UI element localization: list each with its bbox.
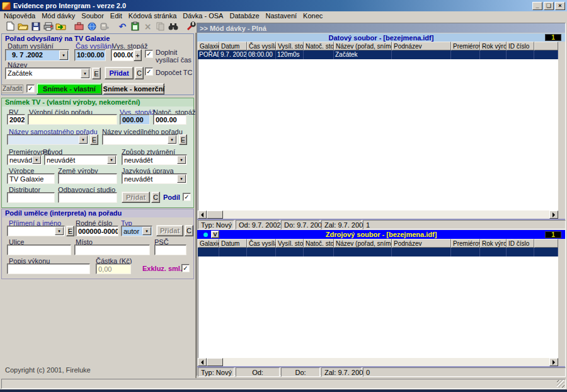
vys-stopaz2-field[interactable]: 000.00: [120, 114, 150, 125]
rv-field[interactable]: 2002: [7, 114, 25, 125]
datum-vysilani-combo[interactable]: 9. 7 .2002 ▼: [5, 49, 69, 61]
psc-field[interactable]: [154, 245, 186, 255]
find-binoculars-icon[interactable]: [168, 21, 178, 32]
scrollbar-thumb[interactable]: [207, 210, 223, 219]
column-header[interactable]: ID číslo: [507, 239, 534, 248]
column-header[interactable]: Vysíl. stopáž: [276, 42, 304, 50]
rodne-field[interactable]: 000000-0000: [76, 226, 118, 236]
chevron-down-icon[interactable]: ▼: [177, 175, 186, 183]
zeme-field[interactable]: [58, 173, 117, 184]
vys-stopaz-field[interactable]: 000.00: [111, 49, 134, 61]
copy-icon[interactable]: [155, 21, 166, 32]
popis-field[interactable]: [7, 263, 90, 274]
c-podil-button[interactable]: C: [185, 225, 193, 236]
new-file-icon[interactable]: [5, 21, 16, 32]
chevron-down-icon[interactable]: ▼: [79, 135, 88, 144]
premierovost-combo[interactable]: neuvádět ▼: [7, 154, 42, 165]
samostatny-combo[interactable]: ▼: [7, 134, 89, 145]
save-icon[interactable]: [30, 21, 41, 32]
jazyk-combo[interactable]: neuvádět ▼: [122, 173, 187, 184]
zpusob-combo[interactable]: neuvádět ▼: [122, 154, 187, 165]
close-button[interactable]: ×: [555, 2, 565, 10]
source-check-button[interactable]: V: [211, 231, 219, 238]
vyrobce-field[interactable]: TV Galaxie: [7, 173, 55, 184]
scroll-right-icon[interactable]: [549, 210, 558, 219]
tools-wrench-icon[interactable]: [186, 21, 197, 32]
samostatny-e-button[interactable]: E: [90, 134, 98, 145]
printer-icon[interactable]: [43, 21, 54, 32]
menu-databaze[interactable]: Databáze: [229, 12, 259, 20]
column-header[interactable]: Datum: [219, 42, 247, 50]
menu-soubor[interactable]: Soubor: [81, 12, 103, 20]
natoc-stopaz-field[interactable]: 000.00: [153, 114, 186, 125]
menu-mod-davky[interactable]: Mód dávky: [42, 12, 75, 20]
column-header[interactable]: Natoč. stopáž: [304, 42, 334, 50]
scroll-right-icon[interactable]: [549, 358, 558, 366]
pridat-snimek-button[interactable]: Přidat: [122, 192, 150, 203]
globe-icon[interactable]: [86, 21, 97, 32]
podil-checkbox[interactable]: ✓: [183, 193, 191, 201]
column-header[interactable]: Čas vysílání: [247, 42, 276, 50]
snimek-vlastni-button[interactable]: Snímek - vlastní: [37, 83, 102, 95]
chevron-down-icon[interactable]: ▼: [177, 156, 186, 164]
scrollbar-thumb[interactable]: [207, 358, 223, 366]
chevron-down-icon[interactable]: ▼: [81, 69, 89, 78]
doplnit-checkbox[interactable]: ✓: [145, 50, 153, 58]
pridat-porad-button[interactable]: Přidat: [105, 67, 134, 79]
vicedilny-e-button[interactable]: E: [179, 134, 187, 145]
studio-field[interactable]: [58, 192, 117, 203]
resize-grip[interactable]: [557, 380, 564, 388]
source-table-body[interactable]: [198, 248, 558, 358]
prijmeni-e-button[interactable]: E: [66, 226, 74, 236]
batch-case-icon[interactable]: [74, 21, 84, 32]
column-header[interactable]: Natoč. stopáž: [304, 239, 334, 248]
menu-konec[interactable]: Konec: [303, 12, 323, 20]
column-header[interactable]: Premiérovost: [451, 42, 480, 50]
c-snimek-button[interactable]: C: [151, 192, 160, 203]
prijmeni-combo[interactable]: ▼: [7, 226, 65, 236]
column-header[interactable]: Vysíl. stopáž: [276, 239, 304, 248]
open-folder-icon[interactable]: [18, 21, 28, 32]
undo-icon[interactable]: ↶: [117, 21, 128, 32]
dopocet-checkbox[interactable]: ✓: [145, 67, 153, 76]
cas-vysilani-field[interactable]: 10:00.00: [74, 49, 106, 61]
distributor-field[interactable]: [7, 192, 55, 203]
data-table-hscrollbar[interactable]: [198, 210, 558, 219]
delete-icon[interactable]: ×: [142, 21, 153, 32]
column-header[interactable]: Podnázev: [392, 239, 451, 248]
menu-kodova-stranka[interactable]: Kódová stránka: [129, 12, 176, 20]
data-table-body[interactable]: [198, 50, 558, 210]
column-header[interactable]: Název (pořad, snímek): [334, 239, 392, 248]
vys-stopaz-spin-button[interactable]: +: [134, 49, 142, 61]
menu-nastaveni[interactable]: Nastavení: [266, 12, 297, 20]
column-header[interactable]: Čas vysílání: [247, 239, 276, 248]
typ-combo[interactable]: autor ▼: [121, 226, 152, 236]
nazev-e-button[interactable]: E: [92, 67, 101, 79]
column-header[interactable]: Rok výroby: [480, 42, 507, 50]
vyrobni-cislo-field[interactable]: [28, 114, 117, 125]
source-table-selected-row[interactable]: [198, 248, 558, 257]
scroll-left-icon[interactable]: [198, 210, 207, 219]
menu-edit[interactable]: Edit: [110, 12, 122, 20]
menu-davka-osa[interactable]: Dávka - OSA: [183, 12, 223, 20]
misto-field[interactable]: [74, 245, 150, 255]
column-header[interactable]: Galaxie: [198, 42, 219, 50]
chevron-down-icon[interactable]: ▼: [55, 227, 64, 235]
vicedilny-combo[interactable]: ▼: [102, 134, 178, 145]
menu-napoveda[interactable]: Nápověda: [4, 12, 35, 20]
scroll-left-icon[interactable]: [198, 358, 207, 366]
phone-add-icon[interactable]: [99, 21, 110, 32]
column-header[interactable]: Podnázev: [392, 42, 451, 50]
chevron-down-icon[interactable]: ▼: [59, 50, 68, 60]
paste-icon[interactable]: [130, 21, 140, 32]
chevron-down-icon[interactable]: ▼: [142, 227, 151, 235]
castka-field[interactable]: 0,00: [96, 263, 131, 274]
pridat-podil-button[interactable]: Přidat: [156, 225, 183, 236]
maximize-button[interactable]: ❏: [544, 2, 554, 10]
column-header[interactable]: Galaxie: [198, 239, 219, 248]
exkluz-checkbox[interactable]: ✓: [181, 264, 190, 272]
zaradit-checkbox[interactable]: ✓: [26, 84, 35, 93]
puvod-combo[interactable]: neuvádět ▼: [44, 154, 117, 165]
column-header[interactable]: ID číslo: [507, 42, 534, 50]
chevron-down-icon[interactable]: ▼: [168, 135, 176, 144]
